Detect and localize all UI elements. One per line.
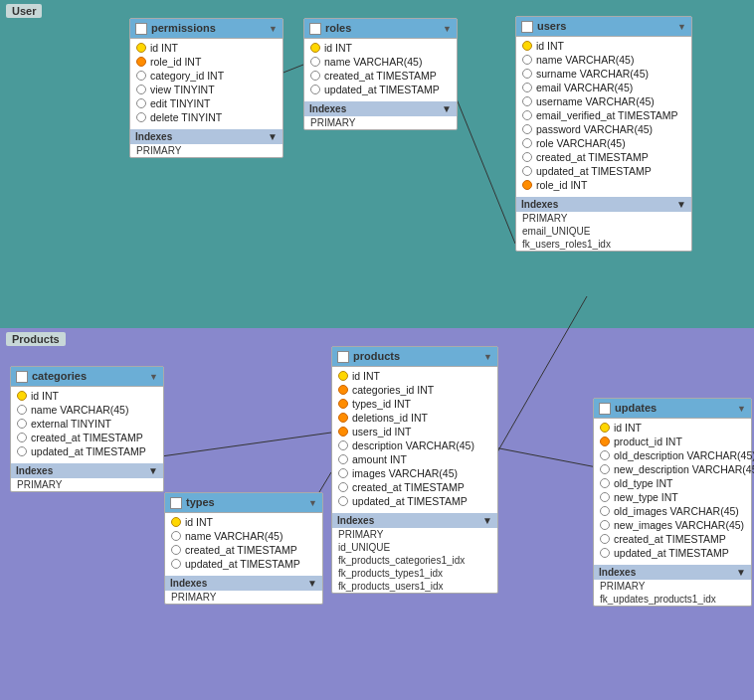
field-role-id: role_id INT bbox=[130, 55, 283, 69]
regular-icon bbox=[600, 548, 610, 558]
user-region-label: User bbox=[6, 4, 42, 18]
indexes-chevron[interactable]: ▼ bbox=[268, 131, 278, 142]
regular-icon bbox=[600, 520, 610, 530]
types-body: id INT name VARCHAR(45) created_at TIMES… bbox=[165, 513, 322, 573]
indexes-header: Indexes ▼ bbox=[130, 129, 283, 144]
fk-icon bbox=[338, 427, 348, 437]
field-new-description: new_description VARCHAR(45) bbox=[594, 462, 751, 476]
field-email-verified: email_verified_at TIMESTAMP bbox=[516, 108, 691, 122]
field-new-type: new_type INT bbox=[594, 490, 751, 504]
regular-icon bbox=[338, 440, 348, 450]
regular-icon bbox=[338, 482, 348, 492]
field-updated-at: updated_at TIMESTAMP bbox=[594, 546, 751, 560]
regular-icon bbox=[522, 83, 532, 92]
users-header: users ▼ bbox=[516, 17, 691, 37]
field-id: id INT bbox=[304, 41, 457, 55]
field-types-id: types_id INT bbox=[332, 397, 497, 411]
field-old-type: old_type INT bbox=[594, 476, 751, 490]
indexes-chevron[interactable]: ▼ bbox=[442, 103, 452, 114]
table-icon bbox=[135, 23, 147, 35]
regular-icon bbox=[17, 405, 27, 415]
users-table: users ▼ id INT name VARCHAR(45) surname … bbox=[515, 16, 692, 252]
regular-icon bbox=[522, 55, 532, 65]
table-icon bbox=[309, 23, 321, 35]
products-header: products ▼ bbox=[332, 347, 497, 367]
field-description: description VARCHAR(45) bbox=[332, 438, 497, 452]
field-name: name VARCHAR(45) bbox=[165, 529, 322, 543]
table-icon bbox=[16, 371, 28, 383]
chevron-down-icon[interactable]: ▼ bbox=[149, 372, 158, 382]
types-table: types ▼ id INT name VARCHAR(45) created_… bbox=[164, 492, 323, 605]
table-icon bbox=[170, 497, 182, 509]
pk-icon bbox=[136, 43, 146, 53]
roles-header: roles ▼ bbox=[304, 19, 457, 39]
index-primary: PRIMARY bbox=[11, 478, 163, 491]
fk-icon bbox=[338, 385, 348, 395]
chevron-down-icon[interactable]: ▼ bbox=[308, 498, 317, 508]
field-created-at: created_at TIMESTAMP bbox=[594, 532, 751, 546]
field-categories-id: categories_id INT bbox=[332, 383, 497, 397]
field-id: id INT bbox=[332, 369, 497, 383]
chevron-down-icon[interactable]: ▼ bbox=[483, 352, 492, 362]
field-created-at: created_at TIMESTAMP bbox=[304, 69, 457, 83]
field-username: username VARCHAR(45) bbox=[516, 94, 691, 108]
regular-icon bbox=[17, 446, 27, 456]
indexes-chevron[interactable]: ▼ bbox=[676, 199, 686, 210]
field-updated-at: updated_at TIMESTAMP bbox=[11, 444, 163, 458]
index-fk-users: fk_products_users1_idx bbox=[332, 580, 497, 593]
permissions-body: id INT role_id INT category_id INT view … bbox=[130, 39, 283, 126]
fk-icon bbox=[522, 180, 532, 190]
field-created-at: created_at TIMESTAMP bbox=[11, 431, 163, 444]
users-body: id INT name VARCHAR(45) surname VARCHAR(… bbox=[516, 37, 691, 194]
pk-icon bbox=[310, 43, 320, 53]
field-password: password VARCHAR(45) bbox=[516, 122, 691, 136]
field-id: id INT bbox=[165, 515, 322, 529]
field-created-at: created_at TIMESTAMP bbox=[516, 150, 691, 164]
field-external: external TINYINT bbox=[11, 417, 163, 431]
field-deletions-id: deletions_id INT bbox=[332, 411, 497, 425]
regular-icon bbox=[171, 559, 181, 569]
field-old-description: old_description VARCHAR(45) bbox=[594, 448, 751, 462]
chevron-down-icon[interactable]: ▼ bbox=[443, 24, 452, 34]
index-fk-users-roles: fk_users_roles1_idx bbox=[516, 238, 691, 251]
regular-icon bbox=[522, 69, 532, 79]
regular-icon bbox=[522, 110, 532, 120]
fk-icon bbox=[338, 413, 348, 423]
chevron-down-icon[interactable]: ▼ bbox=[737, 404, 746, 414]
regular-icon bbox=[136, 71, 146, 81]
index-id-unique: id_UNIQUE bbox=[332, 541, 497, 554]
field-updated-at: updated_at TIMESTAMP bbox=[304, 83, 457, 96]
indexes-header: Indexes ▼ bbox=[332, 513, 497, 528]
regular-icon bbox=[522, 152, 532, 162]
regular-icon bbox=[310, 57, 320, 67]
table-icon bbox=[521, 21, 533, 33]
field-category-id: category_id INT bbox=[130, 69, 283, 83]
regular-icon bbox=[600, 506, 610, 516]
regular-icon bbox=[600, 478, 610, 488]
field-id: id INT bbox=[11, 389, 163, 403]
indexes-chevron[interactable]: ▼ bbox=[736, 567, 746, 578]
pk-icon bbox=[522, 41, 532, 51]
index-email-unique: email_UNIQUE bbox=[516, 225, 691, 238]
categories-body: id INT name VARCHAR(45) external TINYINT… bbox=[11, 387, 163, 460]
field-delete: delete TINYINT bbox=[130, 110, 283, 124]
products-table: products ▼ id INT categories_id INT type… bbox=[331, 346, 498, 594]
permissions-table: permissions ▼ id INT role_id INT categor… bbox=[129, 18, 283, 158]
field-name: name VARCHAR(45) bbox=[304, 55, 457, 69]
products-body: id INT categories_id INT types_id INT de… bbox=[332, 367, 497, 510]
indexes-header: Indexes ▼ bbox=[11, 463, 163, 478]
regular-icon bbox=[17, 419, 27, 429]
field-id: id INT bbox=[516, 39, 691, 53]
fk-icon bbox=[600, 437, 610, 446]
regular-icon bbox=[338, 468, 348, 478]
index-primary: PRIMARY bbox=[594, 580, 751, 593]
indexes-chevron[interactable]: ▼ bbox=[307, 578, 317, 589]
categories-header: categories ▼ bbox=[11, 367, 163, 387]
chevron-down-icon[interactable]: ▼ bbox=[269, 24, 278, 34]
regular-icon bbox=[310, 71, 320, 81]
chevron-down-icon[interactable]: ▼ bbox=[677, 22, 686, 32]
table-icon bbox=[599, 403, 611, 415]
table-icon bbox=[337, 351, 349, 363]
indexes-chevron[interactable]: ▼ bbox=[482, 515, 492, 526]
indexes-chevron[interactable]: ▼ bbox=[148, 465, 158, 476]
